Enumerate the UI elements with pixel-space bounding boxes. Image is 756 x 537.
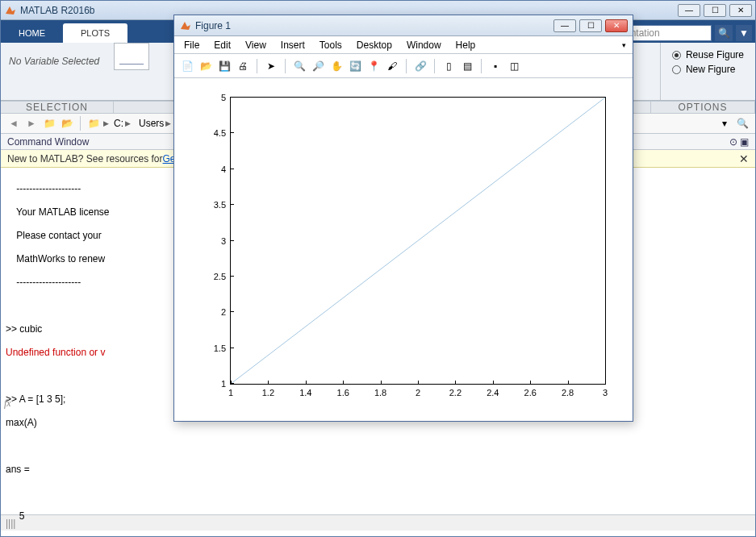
xtick-label: 3: [603, 384, 608, 398]
menu-chevron-icon[interactable]: ▾: [619, 41, 629, 49]
axes: 11.522.533.544.5511.21.41.61.822.22.42.6…: [186, 90, 620, 409]
rotate-icon[interactable]: 🔄: [347, 58, 363, 74]
menu-insert[interactable]: Insert: [274, 38, 311, 52]
brush-icon[interactable]: 🖌: [384, 58, 400, 74]
pointer-icon[interactable]: ➤: [263, 58, 279, 74]
matlab-logo-icon: [179, 19, 192, 32]
line-series: [231, 98, 605, 384]
path-dropdown-icon[interactable]: ▾: [716, 115, 733, 131]
colorbar-icon[interactable]: ▯: [441, 58, 457, 74]
axes-box: 11.522.533.544.5511.21.41.61.822.22.42.6…: [230, 97, 606, 385]
open-icon[interactable]: 📂: [198, 58, 214, 74]
search-icon[interactable]: 🔍: [715, 25, 733, 41]
figure-titlebar[interactable]: Figure 1 — ☐ ✕: [174, 15, 633, 36]
cmd-line: 5: [6, 510, 750, 522]
hint-text: New to MATLAB? See resources for: [7, 153, 163, 164]
xtick-label: 2.8: [562, 384, 574, 398]
fig-minimize-button[interactable]: —: [553, 19, 576, 32]
section-selection: SELECTION: [1, 102, 114, 113]
ytick-label: 2.5: [214, 272, 231, 281]
xtick-label: 2.2: [449, 384, 462, 398]
ytick-label: 5: [221, 93, 231, 102]
cmd-line: [6, 440, 750, 452]
matlab-logo-icon: [4, 4, 17, 17]
folder-icon[interactable]: 📁: [86, 115, 102, 131]
xtick-label: 2: [416, 384, 420, 398]
fig-close-button[interactable]: ✕: [605, 19, 628, 32]
print-icon[interactable]: 🖨: [235, 58, 251, 74]
save-icon[interactable]: 💾: [216, 58, 232, 74]
zoom-in-icon[interactable]: 🔍: [291, 58, 307, 74]
figure-title: Figure 1: [195, 20, 550, 31]
plot-area[interactable]: 11.522.533.544.5511.21.41.61.822.22.42.6…: [174, 78, 633, 421]
back-icon[interactable]: ◄: [6, 115, 22, 131]
fx-indicator-icon[interactable]: fx: [4, 398, 11, 410]
show-tools-icon[interactable]: ◫: [506, 58, 522, 74]
radio-reuse-figure[interactable]: Reuse Figure: [672, 49, 744, 60]
forward-icon[interactable]: ►: [23, 115, 40, 131]
menu-view[interactable]: View: [239, 38, 273, 52]
radio-new-figure[interactable]: New Figure: [672, 64, 744, 75]
radio-label: New Figure: [686, 64, 735, 75]
cmd-line: [6, 487, 750, 498]
command-window-title: Command Window: [7, 136, 89, 148]
banner-close-icon[interactable]: ✕: [739, 152, 749, 165]
xtick-label: 2.6: [524, 384, 537, 398]
path-drive[interactable]: C:▶: [111, 118, 134, 129]
ytick-label: 1.5: [214, 343, 231, 353]
radio-icon: [672, 65, 681, 74]
menu-edit[interactable]: Edit: [207, 38, 237, 52]
browse-folder-icon[interactable]: 📂: [59, 115, 75, 131]
undock-icon[interactable]: ▣: [740, 136, 749, 148]
xtick-label: 1.2: [262, 384, 274, 398]
tab-plots[interactable]: PLOTS: [63, 23, 127, 43]
ytick-label: 4.5: [214, 128, 231, 138]
data-cursor-icon[interactable]: 📍: [365, 58, 382, 74]
tab-home[interactable]: HOME: [1, 23, 63, 43]
xtick-label: 1.8: [374, 384, 386, 398]
search-folder-icon[interactable]: 🔍: [734, 115, 750, 131]
ytick-label: 3: [221, 236, 231, 246]
zoom-out-icon[interactable]: 🔎: [310, 58, 326, 74]
link-icon[interactable]: 🔗: [412, 58, 428, 74]
radio-icon: [672, 51, 681, 60]
figure-menubar: File Edit View Insert Tools Desktop Wind…: [174, 36, 633, 54]
menu-desktop[interactable]: Desktop: [350, 38, 399, 52]
cmd-line: [6, 534, 750, 537]
figure-window[interactable]: Figure 1 — ☐ ✕ File Edit View Insert Too…: [173, 15, 633, 422]
no-variable-label: No Variable Selected: [1, 43, 107, 100]
xtick-label: 1: [228, 384, 233, 398]
radio-label: Reuse Figure: [686, 49, 744, 60]
ytick-label: 4: [221, 164, 231, 174]
hide-tools-icon[interactable]: ▪: [487, 58, 503, 74]
xtick-label: 1.6: [337, 384, 349, 398]
figure-toolbar: 📄 📂 💾 🖨 ➤ 🔍 🔎 ✋ 🔄 📍 🖌 🔗 ▯ ▤ ▪ ◫: [174, 54, 633, 78]
cmd-line: ans =: [6, 464, 750, 475]
menu-tools[interactable]: Tools: [313, 38, 349, 52]
section-options: OPTIONS: [650, 102, 755, 113]
plot-preview-icon[interactable]: [114, 43, 149, 70]
close-button[interactable]: ✕: [729, 4, 752, 17]
minimize-button[interactable]: —: [678, 4, 700, 17]
legend-icon[interactable]: ▤: [459, 58, 475, 74]
menu-file[interactable]: File: [178, 38, 206, 52]
fig-maximize-button[interactable]: ☐: [579, 19, 602, 32]
ytick-label: 2: [221, 307, 231, 317]
ytick-label: 3.5: [214, 200, 231, 210]
options-group: Reuse Figure New Figure: [660, 43, 755, 100]
path-arrow-icon: ▶: [103, 119, 109, 127]
xtick-label: 2.4: [487, 384, 499, 398]
path-users[interactable]: Users▶: [136, 118, 174, 129]
new-figure-icon[interactable]: 📄: [179, 58, 195, 74]
ribbon-toggle-icon[interactable]: ▼: [736, 25, 752, 41]
menu-help[interactable]: Help: [449, 38, 482, 52]
menu-window[interactable]: Window: [400, 38, 448, 52]
dropdown-icon[interactable]: ⊙: [729, 136, 737, 148]
pan-icon[interactable]: ✋: [328, 58, 345, 74]
maximize-button[interactable]: ☐: [704, 4, 726, 17]
up-folder-icon[interactable]: 📁: [41, 115, 57, 131]
xtick-label: 1.4: [299, 384, 311, 398]
